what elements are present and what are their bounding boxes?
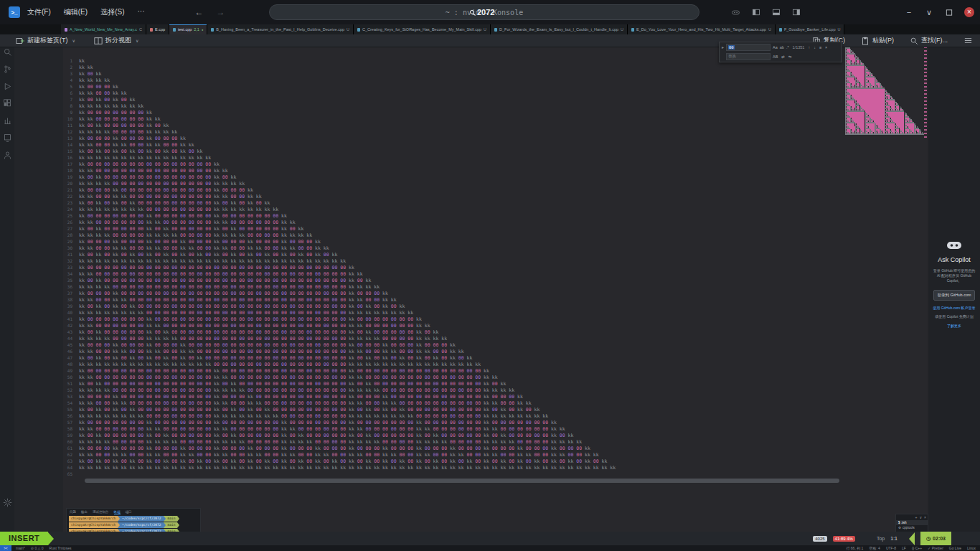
replace-all-icon[interactable]: ⇋ <box>788 55 792 59</box>
layout-panel-left-icon[interactable] <box>752 8 760 17</box>
paste-button[interactable]: 粘贴(P) <box>861 36 894 45</box>
terminal-list-item[interactable]: $zsh <box>896 520 928 525</box>
add-terminal-icon[interactable]: + <box>915 515 917 519</box>
layout-panel-bottom-icon[interactable] <box>772 8 781 17</box>
line-content: kk 00 kk 00 00 00 00 00 kk 00 kk 00 00 0… <box>79 226 306 232</box>
minimize-icon[interactable]: − <box>904 8 914 17</box>
token: 00 <box>273 420 278 425</box>
github-account-link[interactable]: 使用 GitHub.com 帐户登录 <box>933 306 975 310</box>
status-item[interactable]: 空格: 4 <box>869 546 880 550</box>
editor[interactable]: 1kk 2kk kk 3kk 00 kk 4kk kk kk kk 5kk 00… <box>63 47 927 532</box>
run-debug-icon[interactable] <box>3 82 12 91</box>
editor-tab[interactable]: C_Creating_Keys_for_StORages_Has_Become_… <box>354 24 491 34</box>
command-center[interactable]: ~ : nvim — Konsole 2072 <box>269 4 699 20</box>
back-icon[interactable]: ← <box>194 7 203 17</box>
restore-icon[interactable] <box>944 9 954 17</box>
find-toggle-replace-icon[interactable]: ▸ <box>722 44 724 50</box>
find-button[interactable]: 查找(F)... <box>910 36 948 45</box>
chevron-down-icon[interactable]: ∨ <box>919 515 922 519</box>
panel-tab[interactable]: 调试控制台 <box>93 510 109 514</box>
token: kk <box>222 452 228 458</box>
token: kk <box>349 465 354 471</box>
token: kk <box>374 362 380 367</box>
status-item[interactable]: LF <box>902 546 906 550</box>
token: kk <box>138 258 143 264</box>
remote-explorer-icon[interactable] <box>3 133 12 143</box>
find-in-selection-icon[interactable]: ≡ <box>819 45 821 50</box>
token: 00 <box>315 426 321 432</box>
settings-gear-icon[interactable] <box>3 498 12 507</box>
menu-item[interactable]: ··· <box>137 7 144 17</box>
extensions-icon[interactable] <box>3 99 12 108</box>
minimap[interactable] <box>845 43 927 138</box>
github-signin-button[interactable]: 登录到 GitHub.com <box>933 290 974 301</box>
menu-item[interactable]: 编辑(E) <box>64 7 88 17</box>
menu-item[interactable]: 选择(S) <box>100 7 124 17</box>
token: kk <box>79 413 85 419</box>
editor-tab[interactable]: E.cpp <box>146 24 169 34</box>
panel-tab[interactable]: 终端 <box>114 510 121 514</box>
token: 00 <box>391 426 397 432</box>
editor-tab[interactable]: test.cpp2,1● <box>169 24 207 34</box>
close-find-icon[interactable]: × <box>825 45 827 50</box>
editor-tab[interactable]: A_New_World_New_Me_New_Array.cC <box>61 24 146 34</box>
status-item[interactable]: 行 66, 列 1 <box>846 546 863 550</box>
app-icon[interactable]: >_ <box>9 6 20 18</box>
token: 00 <box>298 278 304 283</box>
next-match-icon[interactable]: ↓ <box>814 45 816 50</box>
close-panel-icon[interactable]: × <box>924 515 926 519</box>
menu-item[interactable]: 文件(F) <box>27 7 51 17</box>
find-input[interactable]: 00 <box>726 44 771 51</box>
match-case-icon[interactable]: Aa <box>773 45 778 50</box>
status-item[interactable]: Linux <box>967 546 976 550</box>
token: 00 <box>138 316 143 322</box>
remote-indicator[interactable]: >< <box>0 545 11 551</box>
panel-tab[interactable]: 问题 <box>70 510 76 514</box>
line-content: kk kk 00 00 kk kk 00 00 kk kk 00 00 kk k… <box>79 349 467 354</box>
token: 00 <box>265 271 270 277</box>
source-control-icon[interactable] <box>3 65 12 74</box>
new-tab-button[interactable]: 新建标签页(T)∨ <box>16 36 75 45</box>
token: 00 <box>130 316 136 322</box>
status-item[interactable]: main* <box>16 546 25 550</box>
line-number: 19 <box>63 174 79 180</box>
terminal-list-item[interactable]: ⚙cpptools <box>896 525 928 530</box>
token: 00 <box>475 439 481 445</box>
hamburger-menu-icon[interactable] <box>963 36 973 45</box>
status-item[interactable]: Go Live <box>949 546 961 550</box>
horizontal-scrollbar[interactable] <box>85 479 839 483</box>
replace-input[interactable] <box>726 53 771 60</box>
previous-match-icon[interactable]: ↑ <box>808 45 810 50</box>
panel-tab[interactable]: 输出 <box>81 510 88 514</box>
status-item[interactable]: {} C++ <box>912 546 922 550</box>
whole-word-icon[interactable]: ab <box>780 45 784 50</box>
forward-icon[interactable]: → <box>216 7 225 17</box>
testing-icon[interactable] <box>3 116 12 126</box>
editor-tab[interactable]: E_Do_You_Love_Your_Hero_and_His_Two_Hit_… <box>628 24 776 34</box>
panel-tab[interactable]: 端口 <box>126 510 132 514</box>
copilot-icon[interactable] <box>731 8 740 17</box>
token: 00 <box>222 394 228 400</box>
token: kk <box>164 149 169 154</box>
editor-tab[interactable]: D_For_Wizards_the_Exam_Is_Easy_but_I_Cou… <box>491 24 628 34</box>
editor-tab[interactable]: F_Goodbye_Banker_Life.cppU <box>776 24 845 34</box>
token: kk <box>214 368 220 374</box>
account-icon[interactable] <box>3 151 12 160</box>
replace-icon[interactable]: ⇄ <box>781 55 785 59</box>
search-icon[interactable] <box>3 47 12 57</box>
chevron-down-icon[interactable]: ∨ <box>924 8 934 17</box>
status-item[interactable]: ✓ Prettier <box>928 546 943 550</box>
token: kk <box>130 413 136 419</box>
regex-icon[interactable]: .* <box>786 45 789 50</box>
editor-tab[interactable]: B_Having_Been_a_Treasurer_in_the_Past_I_… <box>207 24 354 34</box>
token: 00 <box>121 220 127 225</box>
status-item[interactable]: ⊘ 0 △ 0 <box>31 546 44 550</box>
close-icon[interactable]: × <box>964 7 974 17</box>
preserve-case-icon[interactable]: AB <box>773 55 778 59</box>
layout-panel-right-icon[interactable] <box>792 8 801 17</box>
split-view-button[interactable]: 拆分视图∨ <box>94 36 138 45</box>
status-item[interactable]: UTF-8 <box>886 546 896 550</box>
status-item[interactable]: Rust Trntoses <box>50 546 72 550</box>
token: 00 <box>290 323 296 329</box>
learn-more-link[interactable]: 了解更多 <box>947 324 961 328</box>
